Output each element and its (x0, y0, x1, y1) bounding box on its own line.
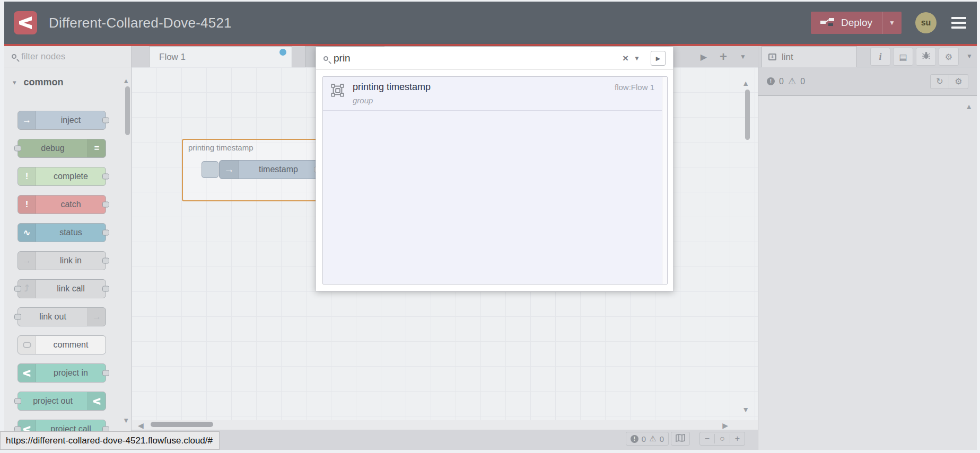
add-flow-button[interactable]: + (720, 49, 727, 64)
input-port (14, 398, 21, 404)
lint-settings-button[interactable]: ⚙ (949, 74, 968, 89)
result-title: printing timestamp (353, 82, 431, 93)
input-port (14, 146, 21, 152)
catch-icon: ! (18, 196, 36, 214)
zoom-out-button[interactable]: − (700, 434, 715, 443)
palette-filter-input[interactable] (21, 51, 111, 62)
sidebar-scroll-up-icon[interactable]: ▲ (965, 102, 973, 111)
canvas-scroll-down-icon[interactable]: ▼ (742, 405, 749, 414)
palette-node-project-in[interactable]: project in (18, 363, 106, 383)
canvas-hscrollbar-thumb[interactable] (151, 422, 213, 427)
palette-node-link-call[interactable]: ⤴ link call (18, 279, 106, 298)
sidebar-tab-bar: + lint i ▤ (758, 46, 977, 67)
warning-count: 0 (660, 434, 664, 443)
output-port (102, 202, 109, 208)
canvas-scroll-right-icon[interactable]: ▶ (722, 421, 728, 430)
gear-icon: ⚙ (955, 76, 962, 86)
lint-icon: + (768, 54, 776, 60)
inject-node-timestamp[interactable]: → timestamp (219, 160, 318, 179)
palette-filter-row (4, 46, 131, 67)
refresh-icon: ↻ (936, 76, 943, 86)
deploy-label: Deploy (841, 17, 872, 29)
input-port (14, 314, 21, 320)
clear-search-icon[interactable]: × (623, 52, 628, 64)
tab-flow-1[interactable]: Flow 1 (149, 46, 292, 67)
lint-actions: ↻ ⚙ (930, 74, 968, 89)
debug-tab-button[interactable] (916, 48, 936, 66)
search-input-row: × ▼ ▶ (316, 47, 673, 70)
input-port (14, 286, 21, 292)
tab-controls: ▶ + ▼ (701, 46, 746, 67)
lint-results-panel: ▲ (758, 96, 977, 450)
bug-icon (922, 51, 930, 62)
zoom-reset-button[interactable]: ○ (715, 434, 730, 443)
deploy-options-caret[interactable]: ▼ (882, 12, 902, 34)
results-scrollbar-track[interactable] (662, 77, 667, 284)
error-icon: ! (631, 435, 638, 443)
zoom-in-button[interactable]: + (730, 434, 745, 443)
link-in-icon: → (18, 252, 36, 270)
palette-node-comment[interactable]: comment (18, 335, 106, 354)
palette-node-project-out[interactable]: project out (18, 392, 106, 411)
user-avatar[interactable]: su (915, 12, 937, 33)
search-input[interactable] (334, 52, 617, 64)
lint-refresh-button[interactable]: ↻ (930, 74, 949, 89)
output-port (102, 174, 109, 180)
warning-icon: ⚠ (649, 434, 656, 443)
search-icon (12, 54, 16, 59)
lint-warning-count: 0 (800, 77, 805, 86)
node-palette: ▾ common → inject ≡ debug ! complete ! c… (4, 46, 132, 450)
palette-node-link-out[interactable]: → link out (18, 307, 106, 326)
lint-toolbar: ! 0 ⚠ 0 ↻ ⚙ (758, 67, 977, 96)
node-red-editor: Different-Collared-Dove-4521 Deploy ▼ (4, 2, 977, 450)
status-icon: ∿ (18, 224, 36, 242)
main-menu-button[interactable] (950, 15, 967, 31)
debug-icon: ≡ (88, 139, 106, 157)
unsaved-changes-dot (279, 49, 286, 56)
palette-scrollbar-thumb[interactable] (125, 86, 130, 135)
palette-node-catch[interactable]: ! catch (18, 195, 106, 214)
output-port (102, 118, 109, 123)
config-tab-button[interactable]: ⚙ (939, 48, 959, 66)
palette-node-complete[interactable]: ! complete (18, 167, 106, 186)
tab-scroll-right-icon[interactable]: ▶ (701, 52, 707, 62)
palette-node-status[interactable]: ∿ status (18, 223, 106, 242)
deploy-button[interactable]: Deploy (811, 12, 882, 34)
canvas-vscrollbar-thumb[interactable] (745, 90, 750, 140)
navigator-toggle[interactable] (671, 432, 690, 446)
lint-error-count: 0 (779, 77, 784, 86)
palette-scroll-up-icon[interactable]: ▲ (122, 77, 129, 85)
search-expand-button[interactable]: ▶ (651, 51, 666, 66)
workspace-issue-badges[interactable]: ! 0 ⚠ 0 (626, 432, 669, 446)
palette-scroll-down-icon[interactable]: ▼ (122, 416, 129, 424)
right-sidebar: + lint i ▤ (758, 46, 977, 450)
tab-lint[interactable]: + lint (762, 46, 857, 67)
instance-title: Different-Collared-Dove-4521 (49, 15, 232, 31)
zoom-controls: − ○ + (699, 432, 745, 446)
status-bar-url: https://different-collared-dove-4521.flo… (0, 431, 220, 450)
flow-list-caret[interactable]: ▼ (740, 53, 746, 60)
search-options-caret[interactable]: ▼ (634, 55, 640, 62)
inject-icon: → (220, 161, 239, 179)
output-port (102, 230, 109, 236)
search-icon (323, 56, 328, 61)
search-dialog: × ▼ ▶ printing timestamp group (316, 47, 673, 291)
chevron-down-icon: ▾ (13, 78, 16, 86)
palette-section-common[interactable]: ▾ common (4, 67, 131, 94)
palette-node-link-in[interactable]: → link in (18, 251, 106, 270)
complete-icon: ! (18, 167, 36, 185)
sidebar-menu-caret[interactable]: ▼ (966, 52, 973, 60)
output-port (102, 258, 109, 264)
search-result-item[interactable]: printing timestamp group flow:Flow 1 (323, 77, 667, 111)
canvas-scroll-up-icon[interactable]: ▲ (742, 79, 749, 87)
palette-node-debug[interactable]: ≡ debug (18, 139, 106, 158)
result-type: group (353, 96, 373, 105)
help-tab-button[interactable]: ▤ (893, 48, 913, 66)
link-out-icon: → (88, 308, 106, 326)
project-out-icon (88, 392, 106, 410)
canvas-scroll-left-icon[interactable]: ◀ (138, 421, 144, 430)
inject-trigger-button[interactable] (202, 161, 218, 178)
palette-node-inject[interactable]: → inject (18, 111, 106, 130)
warning-icon: ⚠ (788, 76, 796, 87)
info-tab-button[interactable]: i (870, 48, 890, 66)
